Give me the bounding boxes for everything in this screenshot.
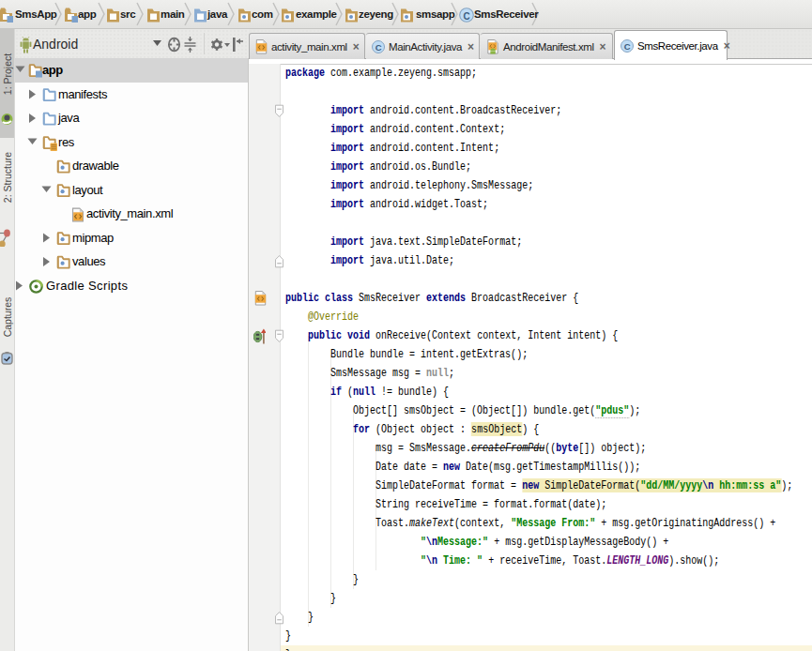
svg-text:C: C [375,42,382,53]
svg-text:C: C [624,41,631,52]
svg-text:C: C [463,11,469,22]
